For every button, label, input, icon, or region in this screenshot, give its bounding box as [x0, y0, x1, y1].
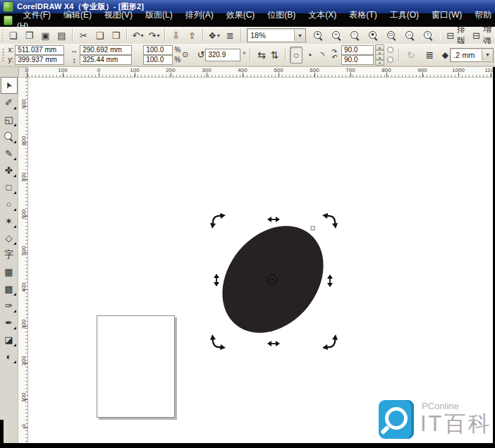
eyedropper-tool[interactable]: ✑ — [1, 297, 18, 314]
basic-shapes-tool-icon: ◇ — [6, 233, 13, 243]
arc-mode-button[interactable]: ◝ — [316, 47, 329, 63]
menu-item-5[interactable]: 排列(A) — [179, 9, 220, 20]
skew-handle-bottom[interactable] — [267, 341, 280, 346]
enhance-button[interactable]: ⊟ 增强 — [469, 28, 495, 42]
ruler-tick — [23, 399, 28, 400]
new-document-button[interactable]: ❏ — [5, 28, 21, 43]
menu-item-4[interactable]: 版面(L) — [139, 9, 179, 20]
application-launcher-button[interactable]: ❖▾ — [206, 28, 222, 43]
interactive-fill-tool[interactable]: ◐ — [1, 348, 18, 365]
rectangle-tool[interactable]: □ — [1, 178, 18, 195]
skew-handle-left[interactable] — [214, 274, 219, 286]
chevron-down-icon[interactable]: ▾ — [157, 32, 159, 39]
menu-item-3[interactable]: 视图(V) — [98, 9, 139, 20]
copy-button[interactable]: ❑ — [92, 28, 108, 43]
skew-handle-top[interactable] — [267, 217, 280, 222]
menu-item-6[interactable]: 效果(C) — [220, 9, 262, 20]
chevron-down-icon[interactable]: ▾ — [140, 32, 143, 39]
menu-item-1[interactable]: 文件(F) — [17, 9, 57, 20]
shape-tool[interactable]: ✐ — [1, 94, 18, 111]
object-height-field[interactable]: 325.44 mm — [80, 55, 132, 65]
scale-v-field[interactable]: 100.0 — [143, 55, 173, 65]
drawing-canvas[interactable]: PConline IT百科 — [28, 78, 493, 443]
save-button[interactable]: ▣ — [37, 28, 54, 43]
crop-tool[interactable]: ◱ — [1, 111, 18, 128]
zoom-tool[interactable] — [1, 128, 18, 145]
chevron-down-icon[interactable]: ▾ — [482, 49, 493, 61]
blend-tool[interactable]: ▩ — [1, 280, 18, 297]
document-window-icon — [4, 16, 13, 25]
menu-item-8[interactable]: 文本(X) — [302, 9, 343, 20]
end-angle-radio[interactable] — [387, 56, 393, 63]
outline-pen-tool[interactable]: ✒ — [1, 314, 18, 331]
zoom-out-button[interactable]: − — [329, 28, 345, 43]
print-button[interactable]: ▤ — [54, 28, 70, 43]
chevron-down-icon[interactable]: ▾ — [294, 30, 305, 41]
outline-width-combo[interactable]: .2 mm ▾ — [450, 48, 494, 62]
zoom-page-width-button[interactable]: ↔ — [402, 28, 418, 43]
pie-mode-button[interactable]: ◔ — [302, 47, 316, 63]
toolbar-grip[interactable] — [2, 29, 3, 42]
cut-button[interactable]: ✂ — [75, 28, 92, 43]
start-angle-radio[interactable] — [387, 47, 393, 53]
chevron-down-icon[interactable]: ▾ — [217, 32, 220, 39]
export-button[interactable]: ⇧ — [184, 28, 200, 43]
lock-ratio-icon[interactable]: ⊙ — [181, 47, 190, 63]
toolbar-grip[interactable] — [2, 49, 4, 61]
direction-ccw-icon[interactable]: ↶ — [331, 55, 337, 60]
ruler-tick — [27, 73, 28, 77]
zoom-in-button[interactable]: + — [310, 28, 326, 43]
object-width-field[interactable]: 290.692 mm — [80, 45, 132, 55]
text-tool[interactable]: 字 — [1, 246, 18, 263]
basic-shapes-tool[interactable]: ◇ — [1, 229, 18, 246]
paste-button[interactable]: ❒ — [108, 28, 124, 43]
enhance-icon: ⊟ — [472, 30, 480, 41]
freehand-tool[interactable]: ✎ — [1, 145, 18, 162]
menu-item-7[interactable]: 位图(B) — [261, 9, 302, 20]
object-x-field[interactable]: 511.037 mm — [15, 45, 64, 55]
zoom-page-button[interactable]: ▭ — [384, 28, 400, 43]
end-angle-field[interactable]: 90.0 — [341, 55, 374, 65]
rotation-angle-field[interactable]: 320.9 — [205, 49, 240, 61]
ellipse-tool-icon: ○ — [6, 199, 12, 210]
ruler-tick — [23, 216, 28, 217]
options-button[interactable]: ≣ — [222, 28, 238, 43]
zoom-selected-button[interactable]: ▫ — [347, 28, 363, 43]
export-icon: ⇧ — [188, 30, 196, 41]
redo-button[interactable]: ↷▾ — [146, 28, 162, 43]
zoom-level-combo[interactable]: 18% ▾ — [247, 28, 306, 42]
pick-tool[interactable]: ➤ — [1, 77, 18, 94]
menu-item-10[interactable]: 工具(O) — [384, 9, 425, 20]
menu-item-2[interactable]: 编辑(E) — [57, 9, 98, 20]
start-angle-field[interactable]: 90.0 — [341, 45, 374, 55]
menu-item-11[interactable]: 窗口(W) — [425, 9, 468, 20]
skew-handle-right[interactable] — [327, 274, 333, 287]
scale-h-field[interactable]: 100.0 — [143, 45, 173, 55]
ellipse-mode-button[interactable]: ○ — [290, 47, 303, 63]
import-button[interactable]: ⇩ — [168, 28, 184, 43]
vertical-ruler[interactable]: 9008007006005004003002001000 — [18, 78, 28, 443]
rotate-handle-bottom-right[interactable] — [322, 334, 338, 350]
undo-button[interactable]: ↶▾ — [130, 28, 146, 43]
rotate-handle-top-right[interactable] — [322, 213, 338, 229]
table-tool[interactable]: ▦ — [1, 263, 18, 280]
fill-tool[interactable]: ◪ — [1, 331, 18, 348]
mirror-vertical-icon[interactable]: ⇅ — [268, 47, 281, 63]
ellipse-tool[interactable]: ○ — [1, 195, 18, 212]
open-icon: ❐ — [25, 30, 34, 41]
object-y-field[interactable]: 399.937 mm — [15, 55, 64, 65]
menu-item-9[interactable]: 表格(T) — [343, 9, 383, 20]
zoom-all-objects-button[interactable]: ● — [365, 28, 381, 43]
zoom-page-height-button[interactable]: ↕ — [420, 28, 436, 43]
end-angle-spinner[interactable]: ▴▾ — [375, 54, 384, 66]
open-button[interactable]: ❐ — [21, 28, 37, 43]
rotate-handle-bottom-left[interactable] — [210, 334, 226, 350]
smart-fill-tool[interactable]: ✤ — [1, 162, 18, 178]
wrap-text-icon[interactable]: ≣ — [423, 47, 436, 63]
layout-button[interactable]: ⊟ 排版 — [443, 28, 469, 42]
horizontal-ruler[interactable]: 0100010020030040050060070080090010001100 — [28, 67, 493, 78]
ellipse-node[interactable] — [311, 226, 314, 230]
rotate-handle-top-left[interactable] — [210, 213, 226, 229]
mirror-horizontal-icon[interactable]: ⇆ — [255, 47, 269, 63]
polygon-tool[interactable]: ✶ — [1, 212, 18, 229]
